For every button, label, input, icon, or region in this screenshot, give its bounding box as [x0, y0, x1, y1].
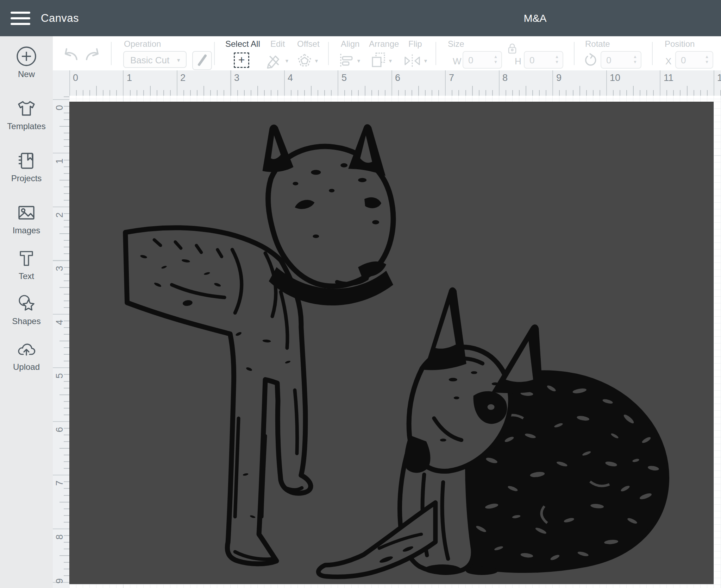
ruler-number: 4 [54, 317, 64, 327]
ruler-number: 7 [449, 72, 454, 83]
height-input-wrap: ▲ ▼ [524, 51, 563, 69]
stepper-up-icon: ▲ [554, 54, 560, 59]
toolbar: Operation Basic Cut ▼ Select All + Edit … [53, 36, 721, 70]
ruler-number: 3 [234, 72, 239, 83]
stepper-up-icon: ▲ [632, 54, 638, 59]
operation-dropdown[interactable]: Basic Cut ▼ [123, 51, 187, 68]
ruler-corner [53, 70, 70, 96]
stepper-down-icon: ▼ [704, 59, 710, 65]
sidebar-item-templates[interactable]: Templates [0, 98, 53, 131]
ruler-number: 0 [54, 103, 64, 113]
chevron-down-icon: ▼ [423, 58, 428, 64]
chevron-down-icon: ▼ [176, 52, 181, 69]
position-label: Position [665, 39, 695, 49]
stepper-up-icon: ▲ [704, 54, 710, 59]
ruler-number: 9 [556, 72, 562, 83]
sidebar-item-shapes[interactable]: Shapes [0, 293, 53, 326]
position-x-label: X [665, 56, 671, 67]
operation-label: Operation [124, 39, 161, 49]
flip-button[interactable] [403, 52, 422, 71]
vertical-ruler: 0 1 2 3 4 5 6 7 8 9 [53, 96, 70, 588]
undo-icon [60, 47, 80, 64]
ruler-number: 6 [395, 72, 400, 83]
text-icon [16, 248, 37, 268]
design-grid[interactable] [69, 96, 721, 588]
flip-icon [403, 52, 422, 69]
left-dog-artwork[interactable] [125, 124, 393, 564]
shapes-icon [16, 293, 37, 314]
ruler-number: 4 [288, 72, 293, 83]
height-input[interactable] [525, 52, 553, 69]
width-input-wrap: ▲ ▼ [463, 51, 502, 69]
edit-label: Edit [270, 39, 285, 49]
ruler-number: 8 [502, 72, 508, 83]
width-stepper[interactable]: ▲ ▼ [493, 54, 499, 66]
ruler-number: 3 [54, 264, 64, 273]
position-x-input[interactable] [676, 52, 703, 69]
ruler-number: 10 [610, 72, 620, 83]
position-x-stepper[interactable]: ▲ ▼ [704, 54, 710, 66]
align-icon [338, 52, 355, 69]
edit-button[interactable] [265, 52, 282, 71]
ruler-number: 5 [54, 371, 64, 381]
lock-ratio-button[interactable] [507, 43, 518, 57]
ruler-number: 6 [54, 425, 64, 435]
align-label: Align [341, 39, 359, 49]
position-x-input-wrap: ▲ ▼ [675, 51, 713, 69]
select-all-button[interactable]: + [234, 52, 249, 68]
redo-button[interactable] [84, 47, 104, 66]
ruler-number: 2 [180, 72, 186, 83]
rotate-icon [583, 53, 598, 68]
toolbar-divider [328, 42, 329, 65]
undo-button[interactable] [60, 47, 80, 66]
tshirt-icon [16, 98, 37, 119]
horizontal-ruler: 0 1 2 3 4 5 6 7 8 9 10 11 12 [69, 70, 721, 96]
right-dog-artwork[interactable] [318, 287, 667, 577]
stepper-down-icon: ▼ [493, 59, 499, 65]
rotate-label: Rotate [585, 39, 610, 49]
rotate-input[interactable] [601, 52, 631, 69]
sidebar: New Templates Projects Images Text [0, 36, 53, 588]
plus-circle-icon [16, 46, 37, 67]
color-swatch-button[interactable] [192, 51, 212, 70]
ruler-number: 2 [54, 210, 64, 220]
rotate-button[interactable] [583, 53, 598, 69]
height-stepper[interactable]: ▲ ▼ [554, 54, 560, 66]
toolbar-divider [214, 42, 215, 65]
ruler-number: 12 [717, 72, 721, 83]
menu-icon[interactable] [11, 12, 30, 25]
line-swatch-icon [198, 54, 207, 66]
ruler-number: 9 [54, 576, 64, 586]
stepper-down-icon: ▼ [632, 59, 638, 65]
offset-pentagon-icon [296, 52, 313, 69]
image-icon [16, 202, 37, 223]
edit-pencil-ruler-icon [265, 52, 282, 69]
rotate-stepper[interactable]: ▲ ▼ [632, 54, 638, 66]
select-all-label: Select All [225, 39, 260, 49]
sidebar-item-new[interactable]: New [0, 46, 53, 79]
sidebar-item-text[interactable]: Text [0, 248, 53, 281]
redo-icon [84, 47, 104, 64]
arrange-icon [370, 51, 387, 69]
toolbar-divider [435, 42, 436, 65]
design-mat[interactable] [69, 102, 714, 584]
chevron-down-icon: ▼ [388, 58, 393, 64]
arrange-button[interactable] [370, 51, 387, 70]
width-input[interactable] [463, 52, 492, 69]
chevron-down-icon: ▼ [284, 58, 289, 64]
sidebar-item-projects[interactable]: Projects [0, 150, 53, 183]
ruler-number: 8 [54, 532, 64, 542]
ruler-number: 0 [73, 72, 78, 83]
lock-icon [507, 43, 518, 55]
align-button[interactable] [338, 52, 355, 71]
page-title: Canvas [41, 0, 79, 36]
sidebar-item-upload[interactable]: Upload [0, 339, 53, 372]
canvas-area: 0 1 2 3 4 5 6 7 8 9 10 11 12 0 1 2 3 4 5… [53, 70, 721, 588]
sidebar-item-images[interactable]: Images [0, 202, 53, 235]
toolbar-divider [574, 42, 575, 65]
stepper-down-icon: ▼ [554, 59, 560, 65]
ruler-number: 1 [127, 72, 132, 83]
offset-button[interactable] [296, 52, 313, 70]
stepper-up-icon: ▲ [493, 54, 499, 59]
bull-terriers-artwork [70, 102, 713, 584]
